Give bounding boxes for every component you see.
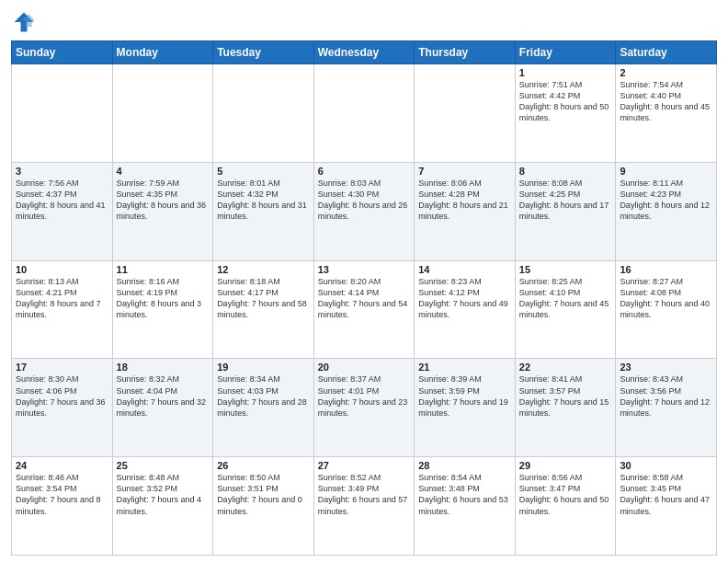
day-info: Sunrise: 8:52 AMSunset: 3:49 PMDaylight:… <box>318 472 411 517</box>
day-number: 2 <box>620 67 712 78</box>
calendar-week-row: 17Sunrise: 8:30 AMSunset: 4:06 PMDayligh… <box>12 359 717 457</box>
day-info: Sunrise: 8:34 AMSunset: 4:03 PMDaylight:… <box>217 373 310 419</box>
calendar-week-row: 3Sunrise: 7:56 AMSunset: 4:37 PMDaylight… <box>12 162 717 260</box>
calendar-cell: 11Sunrise: 8:16 AMSunset: 4:19 PMDayligh… <box>112 260 213 359</box>
day-info: Sunrise: 8:23 AMSunset: 4:12 PMDaylight:… <box>418 276 511 321</box>
day-number: 8 <box>519 166 612 177</box>
day-info: Sunrise: 8:48 AMSunset: 3:52 PMDaylight:… <box>117 472 210 517</box>
calendar-cell: 18Sunrise: 8:32 AMSunset: 4:04 PMDayligh… <box>112 359 213 457</box>
day-number: 28 <box>418 460 511 471</box>
day-info: Sunrise: 8:37 AMSunset: 4:01 PMDaylight:… <box>318 373 411 419</box>
day-number: 15 <box>519 264 612 275</box>
day-number: 26 <box>217 460 310 471</box>
weekday-header-sunday: Sunday <box>12 41 113 64</box>
calendar-cell: 25Sunrise: 8:48 AMSunset: 3:52 PMDayligh… <box>112 457 213 556</box>
page-header <box>11 9 717 35</box>
calendar-cell: 4Sunrise: 7:59 AMSunset: 4:35 PMDaylight… <box>112 162 213 260</box>
day-number: 29 <box>519 460 612 471</box>
day-number: 27 <box>318 460 411 471</box>
day-number: 10 <box>16 264 108 275</box>
calendar-cell <box>112 64 213 163</box>
day-info: Sunrise: 8:18 AMSunset: 4:17 PMDaylight:… <box>217 276 310 321</box>
calendar-week-row: 24Sunrise: 8:46 AMSunset: 3:54 PMDayligh… <box>12 457 717 556</box>
day-number: 11 <box>117 264 210 275</box>
day-number: 16 <box>620 264 712 275</box>
day-number: 30 <box>620 460 712 471</box>
calendar-cell: 10Sunrise: 8:13 AMSunset: 4:21 PMDayligh… <box>12 260 113 359</box>
calendar-cell: 23Sunrise: 8:43 AMSunset: 3:56 PMDayligh… <box>616 359 717 457</box>
day-number: 4 <box>117 166 210 177</box>
day-number: 25 <box>117 460 210 471</box>
day-info: Sunrise: 7:54 AMSunset: 4:40 PMDaylight:… <box>620 79 712 124</box>
day-info: Sunrise: 7:51 AMSunset: 4:42 PMDaylight:… <box>519 79 612 124</box>
calendar-cell: 22Sunrise: 8:41 AMSunset: 3:57 PMDayligh… <box>515 359 616 457</box>
calendar-cell: 28Sunrise: 8:54 AMSunset: 3:48 PMDayligh… <box>415 457 516 556</box>
calendar-cell: 12Sunrise: 8:18 AMSunset: 4:17 PMDayligh… <box>213 260 314 359</box>
day-number: 13 <box>318 264 411 275</box>
calendar-cell: 5Sunrise: 8:01 AMSunset: 4:32 PMDaylight… <box>213 162 314 260</box>
logo <box>11 9 40 35</box>
calendar-cell <box>213 64 314 163</box>
weekday-header-friday: Friday <box>515 41 616 64</box>
day-info: Sunrise: 7:59 AMSunset: 4:35 PMDaylight:… <box>117 178 210 223</box>
calendar-week-row: 10Sunrise: 8:13 AMSunset: 4:21 PMDayligh… <box>12 260 717 359</box>
calendar-cell: 13Sunrise: 8:20 AMSunset: 4:14 PMDayligh… <box>313 260 415 359</box>
calendar-cell <box>313 64 415 163</box>
day-info: Sunrise: 8:41 AMSunset: 3:57 PMDaylight:… <box>519 373 612 419</box>
day-info: Sunrise: 8:27 AMSunset: 4:08 PMDaylight:… <box>620 276 712 321</box>
day-number: 14 <box>418 264 511 275</box>
day-info: Sunrise: 8:50 AMSunset: 3:51 PMDaylight:… <box>217 472 310 517</box>
calendar-cell: 26Sunrise: 8:50 AMSunset: 3:51 PMDayligh… <box>213 457 314 556</box>
day-info: Sunrise: 8:06 AMSunset: 4:28 PMDaylight:… <box>418 178 511 223</box>
day-info: Sunrise: 8:46 AMSunset: 3:54 PMDaylight:… <box>16 472 108 517</box>
calendar-cell: 3Sunrise: 7:56 AMSunset: 4:37 PMDaylight… <box>12 162 113 260</box>
day-info: Sunrise: 8:30 AMSunset: 4:06 PMDaylight:… <box>16 373 108 419</box>
calendar-cell: 20Sunrise: 8:37 AMSunset: 4:01 PMDayligh… <box>313 359 415 457</box>
calendar-cell: 24Sunrise: 8:46 AMSunset: 3:54 PMDayligh… <box>12 457 113 556</box>
calendar-week-row: 1Sunrise: 7:51 AMSunset: 4:42 PMDaylight… <box>12 64 717 163</box>
day-info: Sunrise: 8:20 AMSunset: 4:14 PMDaylight:… <box>318 276 411 321</box>
day-number: 5 <box>217 166 310 177</box>
weekday-header-tuesday: Tuesday <box>213 41 314 64</box>
day-number: 23 <box>620 362 712 373</box>
day-number: 3 <box>16 166 108 177</box>
calendar-cell: 9Sunrise: 8:11 AMSunset: 4:23 PMDaylight… <box>616 162 717 260</box>
day-number: 17 <box>16 362 108 373</box>
calendar-header-row: SundayMondayTuesdayWednesdayThursdayFrid… <box>12 41 717 64</box>
day-info: Sunrise: 7:56 AMSunset: 4:37 PMDaylight:… <box>16 178 108 223</box>
day-number: 19 <box>217 362 310 373</box>
day-number: 21 <box>418 362 511 373</box>
calendar-cell: 14Sunrise: 8:23 AMSunset: 4:12 PMDayligh… <box>415 260 516 359</box>
day-number: 7 <box>418 166 511 177</box>
calendar-cell: 8Sunrise: 8:08 AMSunset: 4:25 PMDaylight… <box>515 162 616 260</box>
day-info: Sunrise: 8:25 AMSunset: 4:10 PMDaylight:… <box>519 276 612 321</box>
day-info: Sunrise: 8:32 AMSunset: 4:04 PMDaylight:… <box>117 373 210 419</box>
day-number: 24 <box>16 460 108 471</box>
day-info: Sunrise: 8:58 AMSunset: 3:45 PMDaylight:… <box>620 472 712 517</box>
calendar-cell: 1Sunrise: 7:51 AMSunset: 4:42 PMDaylight… <box>515 64 616 163</box>
day-info: Sunrise: 8:54 AMSunset: 3:48 PMDaylight:… <box>418 472 511 517</box>
calendar-cell <box>415 64 516 163</box>
calendar-table: SundayMondayTuesdayWednesdayThursdayFrid… <box>11 40 717 556</box>
calendar-cell: 16Sunrise: 8:27 AMSunset: 4:08 PMDayligh… <box>616 260 717 359</box>
weekday-header-thursday: Thursday <box>415 41 516 64</box>
calendar-cell: 27Sunrise: 8:52 AMSunset: 3:49 PMDayligh… <box>313 457 415 556</box>
page-container: SundayMondayTuesdayWednesdayThursdayFrid… <box>0 0 728 563</box>
calendar-cell: 6Sunrise: 8:03 AMSunset: 4:30 PMDaylight… <box>313 162 415 260</box>
calendar-cell: 7Sunrise: 8:06 AMSunset: 4:28 PMDaylight… <box>415 162 516 260</box>
day-info: Sunrise: 8:08 AMSunset: 4:25 PMDaylight:… <box>519 178 612 223</box>
calendar-cell: 19Sunrise: 8:34 AMSunset: 4:03 PMDayligh… <box>213 359 314 457</box>
day-info: Sunrise: 8:03 AMSunset: 4:30 PMDaylight:… <box>318 178 411 223</box>
day-info: Sunrise: 8:39 AMSunset: 3:59 PMDaylight:… <box>418 373 511 419</box>
calendar-cell: 2Sunrise: 7:54 AMSunset: 4:40 PMDaylight… <box>616 64 717 163</box>
day-number: 22 <box>519 362 612 373</box>
calendar-cell <box>12 64 113 163</box>
day-number: 20 <box>318 362 411 373</box>
day-number: 1 <box>519 67 612 78</box>
day-number: 12 <box>217 264 310 275</box>
weekday-header-monday: Monday <box>112 41 213 64</box>
day-info: Sunrise: 8:13 AMSunset: 4:21 PMDaylight:… <box>16 276 108 321</box>
calendar-cell: 29Sunrise: 8:56 AMSunset: 3:47 PMDayligh… <box>515 457 616 556</box>
day-info: Sunrise: 8:43 AMSunset: 3:56 PMDaylight:… <box>620 373 712 419</box>
day-info: Sunrise: 8:56 AMSunset: 3:47 PMDaylight:… <box>519 472 612 517</box>
